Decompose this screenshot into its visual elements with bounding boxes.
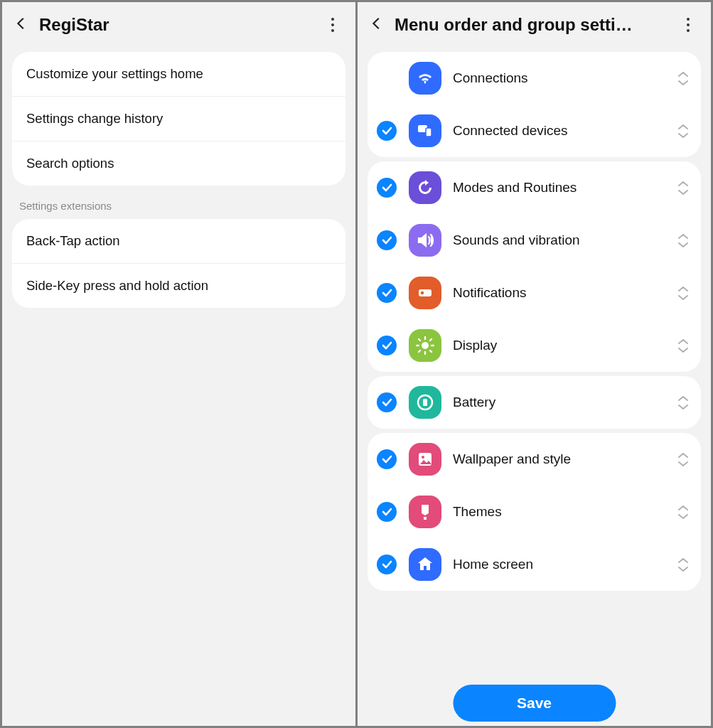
reorder-handle[interactable] [677,232,690,248]
reorder-handle[interactable] [677,180,690,196]
refresh-icon [409,171,441,204]
back-icon[interactable] [14,16,29,34]
settings-item[interactable]: Wallpaper and style [368,433,701,486]
reorder-handle[interactable] [677,285,690,301]
checkbox[interactable] [376,502,397,522]
brush-icon [409,496,441,528]
save-button[interactable]: Save [453,685,616,722]
image-icon [409,443,441,476]
main-menu-card: Customize your settings home Settings ch… [12,52,345,186]
page-title: RegiStar [39,15,314,35]
item-label: Battery [453,395,665,410]
checkbox[interactable] [376,336,397,355]
reorder-handle[interactable] [677,451,690,467]
registar-screen: RegiStar Customize your settings home Se… [2,2,355,726]
settings-item[interactable]: Connections [368,52,701,105]
checkbox[interactable] [376,178,397,198]
settings-item[interactable]: Notifications [368,267,701,319]
sun-icon [409,329,441,362]
settings-item[interactable]: Display [368,319,701,372]
item-label: Notifications [453,285,665,301]
extensions-card: Back-Tap action Side-Key press and hold … [12,219,345,308]
reorder-handle[interactable] [677,338,690,353]
menu-search-options[interactable]: Search options [12,141,345,186]
item-label: Wallpaper and style [453,451,665,467]
checkbox[interactable] [376,555,397,574]
reorder-handle[interactable] [677,70,690,86]
settings-item[interactable]: Sounds and vibration [368,214,701,267]
checkbox[interactable] [376,121,397,141]
header: RegiStar [2,2,355,48]
settings-item[interactable]: Home screen [368,538,701,591]
header: Menu order and group setti… [358,2,711,48]
settings-group: Wallpaper and styleThemesHome screen [368,433,701,591]
reorder-handle[interactable] [677,123,690,139]
settings-group: Modes and RoutinesSounds and vibrationNo… [368,161,701,372]
sound-icon [409,224,441,257]
battery-icon [409,386,441,419]
reorder-handle[interactable] [677,557,690,572]
reorder-handle[interactable] [677,504,690,520]
settings-item[interactable]: Themes [368,486,701,538]
checkbox[interactable] [376,392,397,412]
settings-group: ConnectionsConnected devices [368,52,701,157]
reorder-list: ConnectionsConnected devicesModes and Ro… [358,48,711,726]
menu-customize-home[interactable]: Customize your settings home [12,52,345,97]
item-label: Themes [453,504,665,520]
item-label: Display [453,338,665,353]
page-title: Menu order and group setti… [395,15,670,35]
settings-item[interactable]: Connected devices [368,105,701,157]
item-label: Connected devices [453,123,665,139]
item-label: Modes and Routines [453,180,665,196]
checkbox[interactable] [376,230,397,250]
more-icon[interactable] [680,18,697,32]
menu-side-key[interactable]: Side-Key press and hold action [12,264,345,308]
devices-icon [409,114,441,147]
section-label-extensions: Settings extensions [2,190,355,215]
settings-item[interactable]: Modes and Routines [368,161,701,214]
back-icon[interactable] [369,16,385,34]
notif-icon [409,277,441,309]
item-label: Connections [453,70,665,86]
menu-back-tap[interactable]: Back-Tap action [12,219,345,264]
home-icon [409,548,441,581]
item-label: Sounds and vibration [453,232,665,248]
item-label: Home screen [453,557,665,572]
settings-item[interactable]: Battery [368,376,701,429]
reorder-handle[interactable] [677,395,690,410]
menu-order-screen: Menu order and group setti… ConnectionsC… [358,2,711,726]
menu-change-history[interactable]: Settings change history [12,97,345,141]
checkbox[interactable] [376,283,397,303]
settings-group: Battery [368,376,701,429]
more-icon[interactable] [324,18,341,32]
wifi-icon [409,62,441,95]
checkbox[interactable] [376,449,397,469]
